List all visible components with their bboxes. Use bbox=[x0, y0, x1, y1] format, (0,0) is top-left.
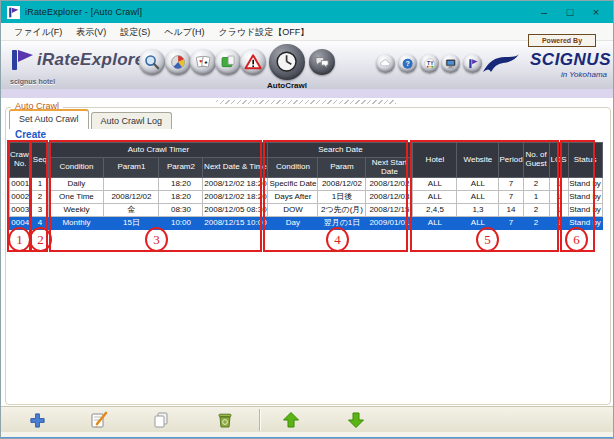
table-cell: 18:20 bbox=[159, 191, 203, 204]
tab-set-auto-crawl[interactable]: Set Auto Crawl bbox=[9, 109, 89, 129]
logo-text: iRateExplorer bbox=[37, 50, 151, 70]
svg-text:?: ? bbox=[405, 59, 409, 68]
table-cell: 2008/12/02 bbox=[104, 191, 159, 204]
tab-bar: Set Auto Crawl Auto Crawl Log bbox=[9, 111, 174, 129]
col-header-next-date-time[interactable]: Next Date & Time bbox=[203, 158, 268, 178]
table-cell: 2 bbox=[523, 178, 549, 191]
toolbar-banner: iRateExplorer scignus hotel ♥♠ AutoCrawl bbox=[1, 41, 613, 90]
cards-icon[interactable]: ♥♠ bbox=[190, 49, 216, 75]
bottom-toolbar bbox=[1, 406, 613, 434]
table-cell: 3 bbox=[31, 204, 49, 217]
alert-icon[interactable] bbox=[240, 49, 266, 75]
move-down-button[interactable] bbox=[344, 410, 368, 430]
table-cell: 1 bbox=[549, 191, 568, 204]
col-header-next-start-date[interactable]: Next Start Date bbox=[366, 158, 413, 178]
table-cell: 翌月の1日 bbox=[318, 217, 366, 230]
green-window-icon[interactable] bbox=[215, 49, 241, 75]
help-icon[interactable]: ? bbox=[398, 54, 417, 73]
table-cell: 2008/12/15 10:00 bbox=[203, 217, 268, 230]
maximize-button[interactable]: □ bbox=[557, 1, 583, 23]
table-cell: Day bbox=[268, 217, 318, 230]
hotel-name-label: scignus hotel bbox=[10, 78, 55, 85]
table-row[interactable]: 00022One Time2008/12/0218:202008/12/02 1… bbox=[10, 191, 603, 204]
ty-icon[interactable]: TY bbox=[420, 54, 439, 73]
table-cell: 0001 bbox=[10, 178, 31, 191]
table-cell: 2 bbox=[523, 204, 549, 217]
table-cell: 2008/12/02 bbox=[366, 178, 413, 191]
col-header-no-of-guest[interactable]: No. of Guest bbox=[523, 143, 549, 178]
table-cell: 0004 bbox=[10, 217, 31, 230]
menu-view[interactable]: 表示(V) bbox=[69, 23, 113, 41]
table-row[interactable]: 00033Weekly金08:302008/12/05 08:30DOW2つ先の… bbox=[10, 204, 603, 217]
col-header-website[interactable]: Website bbox=[457, 143, 499, 178]
add-button[interactable] bbox=[25, 410, 49, 430]
table-cell: ALL bbox=[457, 178, 499, 191]
table-cell: One Time bbox=[49, 191, 104, 204]
search-icon[interactable] bbox=[139, 49, 165, 75]
table-cell: Stand by bbox=[568, 204, 602, 217]
chat-icon[interactable] bbox=[309, 49, 335, 75]
report-pie-icon[interactable] bbox=[165, 49, 191, 75]
autocrawl-clock-icon[interactable] bbox=[269, 44, 305, 80]
col-header-status[interactable]: Status bbox=[568, 143, 602, 178]
edit-button[interactable] bbox=[87, 410, 111, 430]
table-cell: 14 bbox=[499, 204, 523, 217]
grip-handle-icon[interactable] bbox=[216, 100, 396, 104]
col-header-hotel[interactable]: Hotel bbox=[413, 143, 457, 178]
col-header-seq[interactable]: Seq bbox=[31, 143, 49, 178]
col-header-los[interactable]: LOS bbox=[549, 143, 568, 178]
tab-auto-crawl-log[interactable]: Auto Crawl Log bbox=[91, 112, 173, 129]
monitor-icon[interactable] bbox=[441, 54, 460, 73]
trash-icon bbox=[216, 411, 234, 429]
copy-pages-icon bbox=[152, 411, 170, 429]
move-up-button[interactable] bbox=[279, 410, 303, 430]
col-header-timer-condition[interactable]: Condition bbox=[49, 158, 104, 178]
col-header-period[interactable]: Period bbox=[499, 143, 523, 178]
menu-file[interactable]: ファイル(F) bbox=[7, 23, 69, 41]
table-cell: 1 bbox=[549, 178, 568, 191]
table-cell: 1,3 bbox=[457, 204, 499, 217]
table-cell: 08:30 bbox=[159, 204, 203, 217]
table-cell: Daily bbox=[49, 178, 104, 191]
delete-button[interactable] bbox=[213, 410, 237, 430]
col-header-crawl-no[interactable]: Crawl No. bbox=[10, 143, 31, 178]
table-row[interactable]: 00044Monthly15日10:002008/12/15 10:00Day翌… bbox=[10, 217, 603, 230]
menu-cloud-settings[interactable]: クラウド設定【OFF】 bbox=[211, 23, 316, 41]
col-header-param1[interactable]: Param1 bbox=[104, 158, 159, 178]
pencil-icon bbox=[90, 411, 108, 429]
minimize-button[interactable]: – bbox=[531, 1, 557, 23]
table-cell: 2,4,5 bbox=[413, 204, 457, 217]
create-link[interactable]: Create bbox=[15, 129, 46, 140]
col-header-search-condition[interactable]: Condition bbox=[268, 158, 318, 178]
irate-mini-icon[interactable] bbox=[463, 54, 482, 73]
table-cell: ALL bbox=[413, 191, 457, 204]
table-cell: Specific Date bbox=[268, 178, 318, 191]
col-header-param2[interactable]: Param2 bbox=[159, 158, 203, 178]
table-cell: 1 bbox=[31, 178, 49, 191]
table-cell: 2 bbox=[523, 217, 549, 230]
table-cell: 7 bbox=[499, 191, 523, 204]
table-cell: 1日後 bbox=[318, 191, 366, 204]
arrow-up-icon bbox=[282, 411, 300, 429]
cloud-icon[interactable] bbox=[376, 54, 395, 73]
table-cell: 2つ先の(月) bbox=[318, 204, 366, 217]
copy-button[interactable] bbox=[149, 410, 173, 430]
table-cell: 2009/01/01 bbox=[366, 217, 413, 230]
powered-by-label: Powered By bbox=[528, 34, 596, 47]
table-cell: 2 bbox=[31, 191, 49, 204]
table-cell: DOW bbox=[268, 204, 318, 217]
table-cell: 2008/12/05 08:30 bbox=[203, 204, 268, 217]
table-cell: 1 bbox=[523, 191, 549, 204]
table-cell: 4 bbox=[31, 217, 49, 230]
brand-name: SCIGNUS bbox=[515, 50, 611, 70]
menu-settings[interactable]: 設定(S) bbox=[113, 23, 157, 41]
table-row[interactable]: 00011Daily18:202008/12/02 18:20Specific … bbox=[10, 178, 603, 191]
app-window: iRateExplorer - [Auto Crawl] – □ × ファイル(… bbox=[0, 0, 614, 439]
table-cell: 18:20 bbox=[159, 178, 203, 191]
col-header-param[interactable]: Param bbox=[318, 158, 366, 178]
table-cell: 15日 bbox=[104, 217, 159, 230]
menu-help[interactable]: ヘルプ(H) bbox=[157, 23, 211, 41]
svg-text:T: T bbox=[427, 60, 430, 66]
table-cell: 1 bbox=[549, 217, 568, 230]
close-button[interactable]: × bbox=[583, 1, 609, 23]
